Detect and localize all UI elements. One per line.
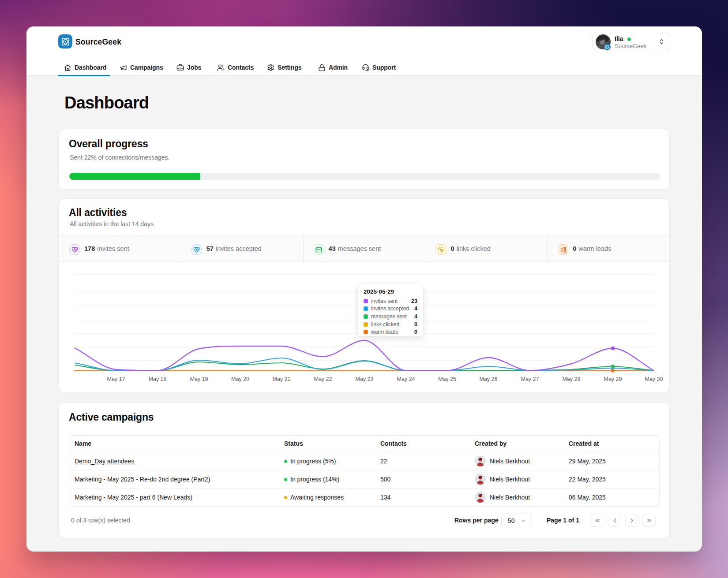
svg-text:May 26: May 26: [480, 376, 498, 382]
svg-text:May 21: May 21: [273, 376, 291, 382]
svg-text:May 24: May 24: [397, 376, 415, 382]
svg-text:May 17: May 17: [107, 376, 125, 382]
svg-text:May 19: May 19: [190, 376, 208, 382]
svg-text:May 27: May 27: [521, 376, 539, 382]
svg-text:May 20: May 20: [231, 376, 249, 382]
svg-text:May 18: May 18: [149, 376, 167, 382]
svg-text:May 30: May 30: [645, 376, 663, 382]
svg-text:May 23: May 23: [356, 376, 374, 382]
svg-text:May 29: May 29: [604, 376, 622, 382]
svg-text:May 25: May 25: [438, 376, 456, 382]
svg-text:May 28: May 28: [563, 376, 581, 382]
svg-text:May 22: May 22: [314, 376, 332, 382]
